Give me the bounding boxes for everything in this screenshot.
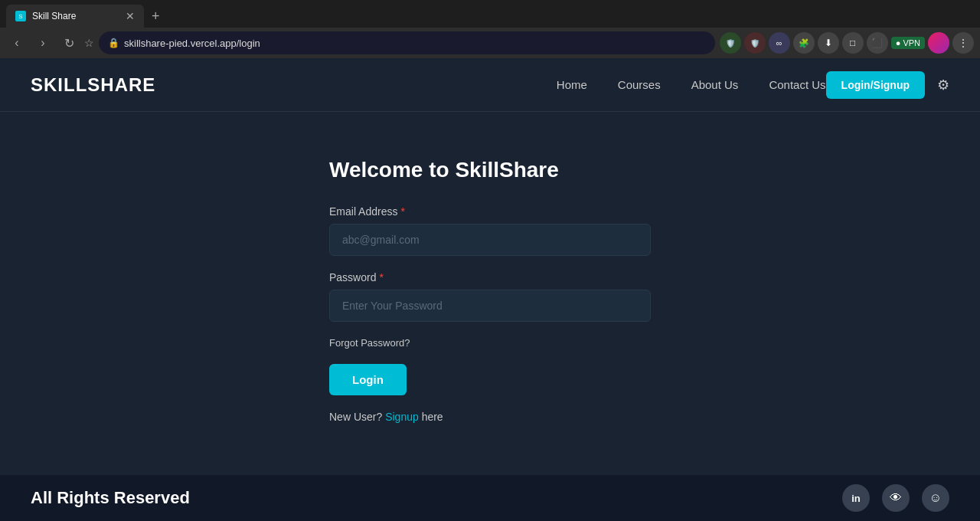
address-bar[interactable]: 🔒 skillshare-pied.vercel.app/login [99, 31, 715, 54]
menu-button[interactable]: ⋮ [952, 32, 974, 54]
login-button[interactable]: Login [329, 364, 407, 395]
nav-courses[interactable]: Courses [618, 78, 661, 91]
forgot-password-link[interactable]: Forgot Password? [329, 337, 651, 349]
footer-icon-smile[interactable]: ☺ [922, 484, 949, 512]
browser-tab[interactable]: S Skill Share ✕ [6, 5, 144, 28]
navbar: SkillShare Home Courses About Us Contact… [0, 58, 980, 112]
screen-icon[interactable]: ⬛ [867, 32, 888, 54]
footer-text: All Rights Reserved [31, 488, 190, 508]
extension-icon-3[interactable]: ∞ [769, 32, 790, 54]
forward-button[interactable]: › [32, 32, 54, 54]
tab-favicon: S [15, 11, 26, 21]
password-input[interactable] [329, 290, 651, 322]
password-field-group: Password * [329, 271, 651, 322]
login-form: Welcome to SkillShare Email Address * Pa… [329, 158, 651, 423]
footer-icon-eye[interactable]: 👁 [882, 484, 910, 512]
main-content: Welcome to SkillShare Email Address * Pa… [0, 112, 980, 475]
tab-title: Skill Share [32, 11, 119, 21]
nav-about[interactable]: About Us [691, 78, 739, 91]
new-user-section: New User? Signup here [329, 411, 651, 423]
tab-close-button[interactable]: ✕ [126, 10, 135, 22]
extension-icon-2[interactable]: 🛡️ [744, 32, 766, 54]
site-logo[interactable]: SkillShare [31, 74, 155, 96]
window-icon[interactable]: □ [842, 32, 864, 54]
form-title: Welcome to SkillShare [329, 158, 651, 182]
login-signup-button[interactable]: Login/Signup [826, 71, 925, 99]
password-required: * [379, 271, 383, 283]
refresh-button[interactable]: ↻ [58, 32, 80, 54]
footer-icon-linkedin[interactable]: in [842, 484, 870, 512]
profile-avatar[interactable] [928, 32, 949, 54]
bookmark-button[interactable]: ☆ [84, 37, 94, 49]
email-label: Email Address * [329, 205, 651, 218]
footer-icons: in 👁 ☺ [842, 484, 949, 512]
website-content: SkillShare Home Courses About Us Contact… [0, 58, 980, 521]
email-field-group: Email Address * [329, 205, 651, 256]
nav-links: Home Courses About Us Contact Us [557, 78, 826, 91]
settings-icon[interactable]: ⚙ [937, 77, 949, 93]
download-icon[interactable]: ⬇ [818, 32, 839, 54]
extension-icon-4[interactable]: 🧩 [793, 32, 815, 54]
email-required: * [400, 205, 404, 218]
new-tab-button[interactable]: + [147, 8, 165, 25]
lock-icon: 🔒 [108, 38, 119, 48]
footer: All Rights Reserved in 👁 ☺ [0, 475, 980, 521]
signup-link[interactable]: Signup [385, 411, 419, 423]
back-button[interactable]: ‹ [6, 32, 28, 54]
url-text: skillshare-pied.vercel.app/login [124, 38, 706, 49]
vpn-badge[interactable]: ●VPN [891, 37, 925, 49]
extension-icon-1[interactable]: 🛡️ [720, 32, 741, 54]
email-input[interactable] [329, 224, 651, 256]
nav-home[interactable]: Home [557, 78, 587, 91]
password-label: Password * [329, 271, 651, 283]
nav-contact[interactable]: Contact Us [769, 78, 825, 91]
